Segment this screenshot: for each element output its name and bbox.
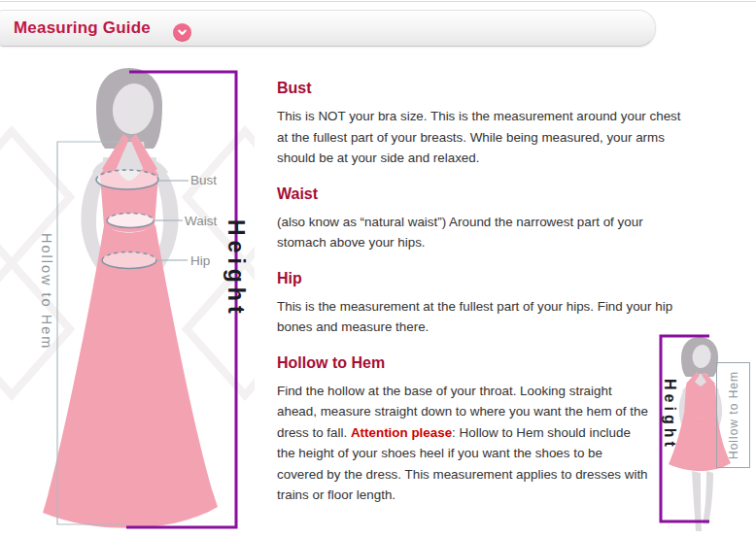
section-body: Find the hollow at the base of your thro… — [277, 381, 652, 506]
small-hollow-to-hem-box: Hollow to Hem — [716, 362, 750, 468]
section-body: This is NOT your bra size. This is the m… — [277, 106, 689, 169]
section-body: This is the measurement at the fullest p… — [277, 296, 689, 338]
section-hip: Hip This is the measurement at the fulle… — [277, 270, 697, 338]
height-vertical-label: Height — [223, 219, 249, 319]
hollow-to-hem-vertical-label: Hollow to Hem — [39, 233, 54, 350]
definitions-column: Bust This is NOT your bra size. This is … — [277, 80, 697, 522]
attention-label: Attention please — [351, 425, 452, 440]
section-body: (also know as “natural waist”) Around th… — [277, 212, 689, 253]
section-hollow-to-hem: Hollow to Hem Find the hollow at the bas… — [277, 354, 697, 506]
waist-callout-label: Waist — [185, 214, 217, 228]
section-waist: Waist (also know as “natural waist”) Aro… — [277, 185, 697, 253]
bust-callout-label: Bust — [190, 173, 217, 187]
section-title: Waist — [277, 185, 697, 203]
small-height-vertical-label: Height — [661, 379, 678, 451]
section-title: Hip — [277, 270, 697, 287]
section-title: Hollow to Hem — [277, 354, 697, 372]
hip-callout-label: Hip — [190, 253, 210, 268]
measuring-guide-page: Measuring Guide — [0, 0, 756, 537]
small-hollow-to-hem-vertical-label: Hollow to Hem — [727, 371, 740, 459]
section-title: Bust — [277, 80, 697, 97]
section-bust: Bust This is NOT your bra size. This is … — [277, 80, 697, 169]
